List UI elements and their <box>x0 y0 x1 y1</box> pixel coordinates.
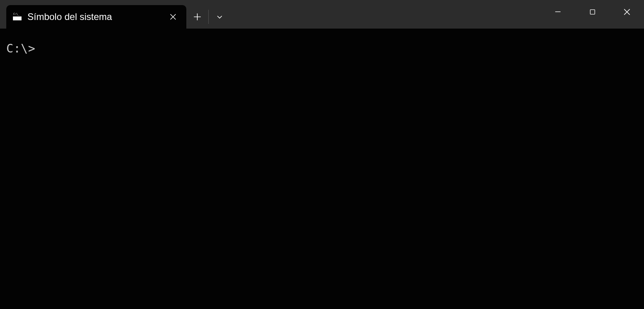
tab-active[interactable]: Símbolo del sistema <box>6 5 186 29</box>
terminal-body[interactable]: C:\> <box>0 29 644 309</box>
close-icon <box>170 13 177 20</box>
minimize-button[interactable] <box>541 0 575 23</box>
window-close-button[interactable] <box>610 0 644 23</box>
maximize-button[interactable] <box>575 0 610 23</box>
chevron-down-icon <box>216 13 223 20</box>
prompt-line: C:\> <box>6 42 638 55</box>
maximize-icon <box>589 9 596 15</box>
minimize-icon <box>554 8 561 15</box>
titlebar: Símbolo del sistema <box>0 0 644 29</box>
tab-actions <box>186 5 231 29</box>
tab-area: Símbolo del sistema <box>0 0 231 29</box>
close-icon <box>623 8 631 16</box>
tab-close-button[interactable] <box>166 10 180 24</box>
window-controls <box>541 0 644 23</box>
cmd-icon <box>13 13 22 21</box>
tab-title: Símbolo del sistema <box>27 11 161 22</box>
new-tab-button[interactable] <box>186 5 208 29</box>
plus-icon <box>193 13 201 21</box>
svg-rect-0 <box>590 9 595 14</box>
tab-dropdown-button[interactable] <box>209 5 231 29</box>
